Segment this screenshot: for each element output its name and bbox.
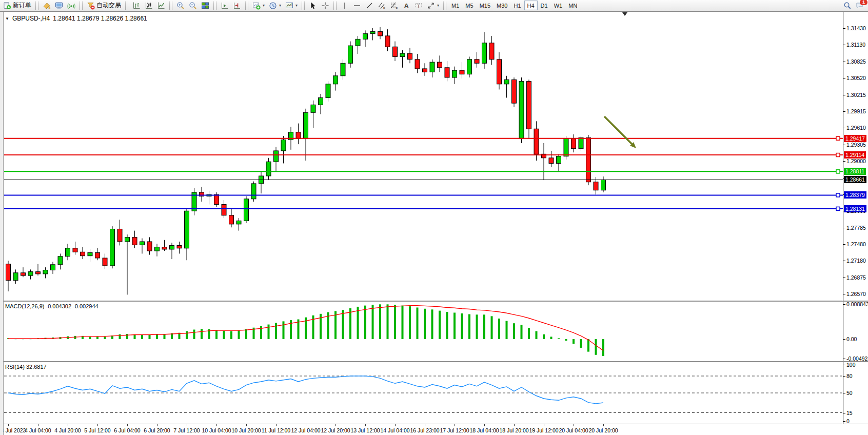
timeframe-button-mn[interactable]: MN <box>565 1 580 10</box>
price-axis[interactable]: 1.314301.311301.308251.305201.302151.299… <box>843 12 868 435</box>
crosshair-icon <box>321 2 329 10</box>
search-button[interactable] <box>841 0 854 11</box>
label-icon: T <box>415 2 423 10</box>
vertical-line-button[interactable] <box>339 0 351 11</box>
time-axis-tick <box>187 424 187 426</box>
time-axis-tick <box>395 424 396 426</box>
toolbar-separator <box>35 2 38 10</box>
timeframe-button-h4[interactable]: H4 <box>524 1 538 10</box>
price-axis-tick-label: 1.31430 <box>846 25 866 31</box>
dropdown-caret-icon: ▾ <box>437 3 439 8</box>
window-left-edge <box>0 12 4 435</box>
styler-button[interactable] <box>41 0 53 11</box>
trendline-button[interactable] <box>363 0 376 11</box>
periods-button[interactable]: ▾ <box>267 0 283 11</box>
new-order-button[interactable]: 新订单 <box>1 0 33 11</box>
price-level-badge: 1.28131 <box>844 205 866 212</box>
vline-icon <box>341 2 349 10</box>
zoom-out-button[interactable] <box>187 0 199 11</box>
text-label-button[interactable]: T <box>412 0 425 11</box>
timeframe-button-m15[interactable]: M15 <box>477 1 494 10</box>
time-axis-tick <box>276 424 277 426</box>
price-axis-tick-label: 1.26875 <box>846 274 866 281</box>
time-axis-label: 16 Jul 23:00 <box>410 427 439 433</box>
chart-shift-marker[interactable] <box>622 12 627 16</box>
toolbar-separator <box>443 2 446 10</box>
time-axis-label: 11 Jul 12:00 <box>262 427 290 433</box>
price-axis-tick-label: 1.29000 <box>846 158 866 164</box>
rsi-axis-tick <box>843 365 845 365</box>
price-level-badge: 1.29417 <box>844 135 866 142</box>
bar-chart-button[interactable] <box>130 0 143 11</box>
price-axis-tick <box>843 62 845 62</box>
text-button[interactable]: A <box>400 0 412 11</box>
templates-icon <box>285 2 293 10</box>
time-axis-line <box>0 424 868 424</box>
time-axis[interactable]: 3 Jul 20234 Jul 04:004 Jul 20:005 Jul 12… <box>0 424 843 435</box>
timeframe-button-w1[interactable]: W1 <box>551 1 566 10</box>
rsi-chart[interactable] <box>0 362 843 424</box>
price-chart[interactable] <box>0 12 843 301</box>
timeframe-button-m5[interactable]: M5 <box>462 1 476 10</box>
shapes-icon <box>427 2 435 10</box>
time-axis-label: 12 Jul 04:00 <box>291 427 320 433</box>
line-chart-icon <box>157 2 165 10</box>
price-axis-tick <box>843 244 845 245</box>
price-axis-tick-label: 1.31130 <box>846 42 865 48</box>
indicators-button[interactable]: ▾ <box>250 0 267 11</box>
signals-button[interactable] <box>65 0 77 11</box>
price-axis-tick-label: 1.30520 <box>846 75 866 81</box>
svg-text:F: F <box>396 7 398 10</box>
auto-trading-icon <box>87 2 95 10</box>
macd-pane[interactable]: MACD(12,26,9) -0.004302 -0.002944 <box>0 302 843 361</box>
price-axis-tick-label: 1.27480 <box>846 241 866 247</box>
time-axis-label: 12 Jul 20:00 <box>321 427 350 433</box>
toolbar-separator <box>80 2 83 10</box>
signals-icon <box>67 2 75 10</box>
chart-dropdown-icon[interactable]: ▼ <box>5 16 9 21</box>
terminal-button[interactable] <box>53 0 65 11</box>
timeframe-button-m30[interactable]: M30 <box>494 1 510 10</box>
equidistant-channel-button[interactable]: E <box>376 0 388 11</box>
crosshair-button[interactable] <box>319 0 331 11</box>
macd-chart[interactable] <box>0 302 843 361</box>
cursor-button[interactable] <box>307 0 319 11</box>
auto-trading-button[interactable]: 自动交易 <box>85 0 123 11</box>
timeframe-button-h1[interactable]: H1 <box>510 1 524 10</box>
pane-separator[interactable] <box>0 361 868 362</box>
macd-axis-tick <box>843 359 845 359</box>
new-order-icon <box>3 2 11 10</box>
main-price-pane[interactable]: ▼ GBPUSD-,H4 1.28641 1.28679 1.28626 1.2… <box>0 12 843 301</box>
svg-text:T: T <box>417 3 420 8</box>
rsi-axis-tick <box>843 421 845 422</box>
fibonacci-button[interactable]: F <box>388 0 400 11</box>
notifications-button[interactable]: 1 <box>854 0 866 11</box>
auto-scroll-button[interactable] <box>219 0 231 11</box>
rsi-axis-tick <box>843 376 845 377</box>
price-axis-tick <box>843 161 845 162</box>
tile-windows-button[interactable] <box>199 0 211 11</box>
timeframe-button-m1[interactable]: M1 <box>448 1 462 10</box>
new-order-button-label: 新订单 <box>13 1 31 10</box>
price-axis-tick <box>843 145 845 145</box>
time-axis-label: 18 Jul 20:00 <box>499 427 528 433</box>
candle-chart-button[interactable] <box>143 0 155 11</box>
bar-chart-icon <box>132 2 141 10</box>
time-axis-label: 5 Jul 12:00 <box>84 427 110 433</box>
timeframe-button-d1[interactable]: D1 <box>538 1 551 10</box>
time-axis-label: 19 Jul 12:00 <box>529 427 558 433</box>
rsi-pane[interactable]: RSI(14) 32.6817 <box>0 362 843 424</box>
price-axis-tick-label: 1.30825 <box>846 58 866 65</box>
chart-window: ▼ GBPUSD-,H4 1.28641 1.28679 1.28626 1.2… <box>0 11 868 435</box>
line-chart-button[interactable] <box>155 0 167 11</box>
pane-separator[interactable] <box>0 301 868 302</box>
time-axis-tick <box>455 424 455 426</box>
templates-button[interactable]: ▾ <box>283 0 300 11</box>
zoom-in-button[interactable] <box>174 0 187 11</box>
time-axis-tick <box>157 424 157 426</box>
horizontal-line-button[interactable] <box>351 0 363 11</box>
time-axis-label: 10 Jul 04:00 <box>202 427 231 433</box>
chart-shift-button[interactable] <box>231 0 243 11</box>
time-axis-tick <box>246 424 247 426</box>
arrows-button[interactable]: ▾ <box>425 0 441 11</box>
